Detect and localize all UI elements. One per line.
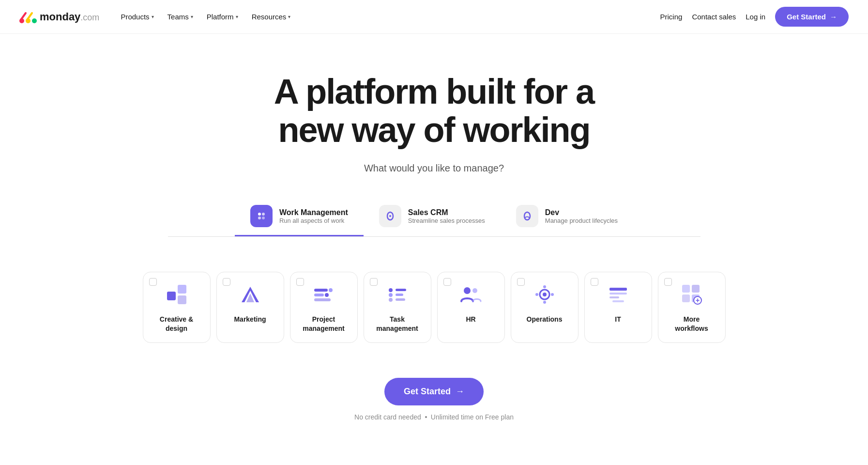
- svg-rect-10: [178, 295, 186, 304]
- card-operations[interactable]: Operations: [511, 272, 579, 342]
- svg-rect-9: [178, 285, 186, 294]
- nav-login[interactable]: Log in: [746, 13, 765, 21]
- tab-work-management-title: Work Management: [279, 208, 348, 217]
- hr-icon: [458, 282, 484, 307]
- svg-point-21: [389, 298, 393, 302]
- main-get-started-button[interactable]: Get Started →: [384, 378, 484, 405]
- card-it[interactable]: IT: [584, 272, 652, 342]
- card-creative-design[interactable]: Creative &design: [143, 272, 211, 342]
- card-hr[interactable]: HR: [437, 272, 505, 342]
- monday-logo-icon: [19, 10, 37, 24]
- nav-contact-sales[interactable]: Contact sales: [692, 13, 736, 21]
- tab-sales-crm-title: Sales CRM: [408, 208, 485, 217]
- svg-point-25: [464, 287, 471, 294]
- svg-rect-8: [167, 292, 176, 300]
- svg-text:+: +: [695, 296, 699, 304]
- nav-resources[interactable]: Resources ▾: [246, 9, 297, 25]
- sales-crm-icon: [379, 205, 401, 227]
- tab-dev-title: Dev: [545, 208, 618, 217]
- svg-rect-37: [682, 285, 690, 293]
- card-task-management[interactable]: Taskmanagement: [364, 272, 431, 342]
- svg-point-18: [325, 293, 329, 297]
- nav-get-started-button[interactable]: Get Started →: [775, 7, 849, 27]
- arrow-icon: →: [456, 387, 464, 397]
- card-task-management-label: Taskmanagement: [376, 315, 418, 332]
- navbar: monday.com Products ▾ Teams ▾ Platform ▾…: [0, 0, 868, 34]
- more-workflows-icon: +: [679, 282, 704, 307]
- svg-point-29: [543, 285, 546, 288]
- svg-rect-38: [692, 285, 700, 293]
- chevron-down-icon: ▾: [152, 14, 154, 19]
- card-checkbox: [223, 278, 230, 286]
- hero-subtitle: What would you like to manage?: [163, 163, 705, 174]
- tab-dev[interactable]: Dev Manage product lifecycles: [501, 197, 633, 236]
- svg-point-32: [551, 293, 554, 296]
- card-checkbox: [664, 278, 672, 286]
- card-more-workflows[interactable]: + Moreworkflows: [658, 272, 726, 342]
- tab-sales-crm-desc: Streamline sales processes: [408, 217, 485, 224]
- tab-dev-desc: Manage product lifecycles: [545, 217, 618, 224]
- workflow-section: Creative &design Marketing: [144, 256, 725, 358]
- nav-links: Products ▾ Teams ▾ Platform ▾ Resources …: [115, 9, 296, 25]
- logo-wordmark: monday.com: [40, 11, 99, 23]
- tab-work-management[interactable]: Work Management Run all aspects of work: [235, 197, 364, 236]
- card-it-label: IT: [615, 315, 621, 324]
- card-marketing[interactable]: Marketing: [216, 272, 284, 342]
- nav-teams[interactable]: Teams ▾: [162, 9, 199, 25]
- project-management-icon: [311, 282, 336, 307]
- card-checkbox: [296, 278, 304, 286]
- svg-rect-14: [314, 289, 328, 292]
- cta-section: Get Started → No credit card needed Unli…: [0, 358, 868, 431]
- chevron-down-icon: ▾: [288, 14, 290, 19]
- operations-icon: [532, 282, 557, 307]
- card-more-workflows-label: Moreworkflows: [675, 315, 708, 332]
- svg-rect-23: [396, 294, 403, 296]
- svg-rect-34: [609, 293, 627, 294]
- cta-note: No credit card needed Unlimited time on …: [19, 413, 849, 421]
- svg-point-31: [535, 293, 538, 296]
- svg-point-6: [262, 217, 265, 219]
- svg-point-5: [258, 217, 261, 219]
- workflow-grid: Creative &design Marketing: [163, 272, 705, 342]
- tabs-divider: [168, 236, 700, 237]
- card-operations-label: Operations: [527, 315, 563, 324]
- svg-rect-22: [396, 289, 406, 291]
- svg-point-7: [389, 215, 391, 217]
- svg-point-17: [329, 288, 333, 292]
- card-project-management[interactable]: Projectmanagement: [290, 272, 358, 342]
- card-checkbox: [149, 278, 157, 286]
- logo-suffix: .com: [80, 13, 99, 22]
- svg-point-3: [258, 213, 261, 216]
- svg-point-2: [32, 18, 37, 23]
- task-management-icon: [385, 282, 410, 307]
- svg-rect-24: [396, 298, 405, 301]
- product-tabs: Work Management Run all aspects of work …: [163, 197, 705, 236]
- card-creative-design-label: Creative &design: [160, 315, 193, 332]
- work-management-icon: [250, 205, 273, 227]
- arrow-icon: →: [830, 13, 837, 21]
- svg-point-19: [389, 288, 393, 292]
- dev-icon: [516, 205, 538, 227]
- nav-platform[interactable]: Platform ▾: [201, 9, 244, 25]
- card-project-management-label: Projectmanagement: [303, 315, 344, 332]
- marketing-icon: [238, 282, 263, 307]
- tab-sales-crm[interactable]: Sales CRM Streamline sales processes: [364, 197, 501, 236]
- hero-title: A platform built for a new way of workin…: [163, 73, 705, 149]
- nav-left: monday.com Products ▾ Teams ▾ Platform ▾…: [19, 9, 296, 25]
- hero-section: A platform built for a new way of workin…: [144, 34, 725, 256]
- svg-point-26: [472, 288, 477, 293]
- svg-point-28: [543, 293, 547, 296]
- chevron-down-icon: ▾: [236, 14, 238, 19]
- card-checkbox: [443, 278, 451, 286]
- it-icon: [606, 282, 631, 307]
- creative-design-icon: [164, 282, 189, 307]
- svg-point-4: [262, 213, 265, 216]
- dot-separator: [425, 416, 427, 418]
- nav-pricing[interactable]: Pricing: [660, 13, 683, 21]
- svg-rect-33: [609, 288, 627, 291]
- nav-right: Pricing Contact sales Log in Get Started…: [660, 7, 849, 27]
- svg-rect-15: [314, 294, 324, 296]
- logo[interactable]: monday.com: [19, 10, 99, 24]
- card-checkbox: [591, 278, 598, 286]
- nav-products[interactable]: Products ▾: [115, 9, 159, 25]
